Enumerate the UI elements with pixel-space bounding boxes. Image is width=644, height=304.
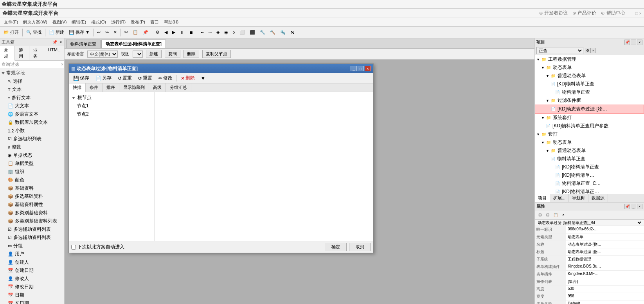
- toolbox-pin[interactable]: 📌: [52, 40, 58, 44]
- auto-enter-checkbox[interactable]: [71, 245, 76, 250]
- toolbox-item-longdate[interactable]: 📅 长日期: [2, 299, 63, 304]
- toolbox-item-org[interactable]: 🏢 组织: [2, 168, 63, 176]
- toolbox-search-input[interactable]: [1, 62, 61, 67]
- project-tree-item[interactable]: ▼📁系统套打: [535, 114, 644, 122]
- project-tree-item[interactable]: 📄[KD]物料清单正…: [535, 188, 644, 194]
- tab-filter[interactable]: 动态表单过滤-[物料清单正查]: [101, 40, 166, 48]
- toolbar-cut[interactable]: ✂: [122, 29, 130, 36]
- toolbar-more3[interactable]: ◈: [214, 29, 221, 36]
- tree-root[interactable]: 根节点: [70, 94, 153, 102]
- help-link[interactable]: ⊙ 帮助中心: [601, 10, 625, 16]
- toolbar-more5[interactable]: ◊: [231, 29, 237, 36]
- toolbox-item-basedataattr[interactable]: 📦 基础资料属性: [2, 201, 63, 209]
- toolbox-item-catbasedatalist[interactable]: 📦 多类别基础资料列表: [2, 217, 63, 225]
- tree-node1[interactable]: 节点1: [70, 102, 153, 110]
- cancel-button[interactable]: 取消: [349, 243, 371, 251]
- project-tree-item[interactable]: 📄物料清单正查_C…: [535, 179, 644, 188]
- project-tree-item[interactable]: ▼📁动态表单: [535, 138, 644, 147]
- dev-agreement-link[interactable]: ⊙ 开发者协议: [539, 10, 568, 16]
- project-tree-item[interactable]: 📄[KD]物料清单…: [535, 171, 644, 179]
- new-button[interactable]: 新建: [146, 50, 162, 58]
- toolbox-item-createdate[interactable]: 📅 创建日期: [2, 266, 63, 275]
- toolbox-item-billtype[interactable]: 📋 单据类型: [2, 159, 63, 168]
- toolbox-item-group[interactable]: ▭ 分组: [2, 242, 63, 250]
- toolbar-more8[interactable]: 🔧: [258, 29, 267, 36]
- modal-tab-condition[interactable]: 条件: [86, 83, 103, 92]
- toolbox-item-multibasedata[interactable]: 📦 多选基础资料: [2, 192, 63, 201]
- toolbox-item-text[interactable]: T 文本: [2, 85, 63, 94]
- project-dropdown[interactable]: 正查: [536, 47, 583, 54]
- toolbar-misc4[interactable]: ⏸: [178, 29, 186, 36]
- toolbar-misc3[interactable]: ▶: [170, 29, 177, 36]
- toolbox-tab-business[interactable]: 业务: [29, 46, 44, 60]
- toolbar-misc1[interactable]: ⚙: [154, 29, 162, 36]
- project-close-btn[interactable]: ×: [637, 40, 642, 45]
- project-tree-item[interactable]: 📄[KD]物料清单正查: [535, 80, 644, 88]
- prop-icon1[interactable]: ⊞: [536, 212, 543, 218]
- toolbox-section-header[interactable]: 常规字段: [2, 69, 63, 77]
- toolbar-more2[interactable]: ▫▫: [207, 29, 214, 36]
- toolbar-redo[interactable]: ↪: [103, 29, 111, 36]
- menu-publish[interactable]: 发布(P): [128, 18, 148, 26]
- project-tree-item[interactable]: ▼📁普通动态表单: [535, 72, 644, 80]
- toolbox-item-multilang[interactable]: 🌐 多语言文本: [2, 110, 63, 118]
- toolbox-item-multiline[interactable]: ≡ 多行文本: [2, 94, 63, 102]
- toolbar-more1[interactable]: ▪▪: [199, 29, 206, 36]
- project-tree-item[interactable]: 📄[KD]物料清单正查: [535, 163, 644, 171]
- properties-name-select[interactable]: 动态表单过滤-[物料清单正查]_Bil: [536, 220, 642, 225]
- copy-button[interactable]: 复制: [165, 50, 180, 58]
- project-tab-datasource[interactable]: 数据源: [588, 194, 608, 202]
- project-tab-extend[interactable]: 扩展...: [550, 194, 569, 202]
- toolbar-more7[interactable]: ⬛: [248, 29, 257, 36]
- modal-reset2-btn[interactable]: ↺ 置重: [115, 74, 135, 83]
- project-tree-item[interactable]: 📄物料清单正查: [535, 88, 644, 96]
- toolbar-more10[interactable]: 🔩: [278, 29, 288, 36]
- project-tree-item[interactable]: 📄[KD]动态表单过滤-[物…: [535, 105, 644, 114]
- project-tree-item[interactable]: 📄物料清单正查: [535, 155, 644, 163]
- project-tab-project[interactable]: 项目: [535, 194, 550, 202]
- lang-select[interactable]: 中文(简体): [87, 51, 118, 58]
- prop-icon4[interactable]: ×: [560, 212, 567, 218]
- project-close2-btn[interactable]: ×: [590, 48, 596, 53]
- project-pin-btn[interactable]: 📌: [624, 40, 630, 45]
- project-tab-navtree[interactable]: 导航树: [569, 194, 588, 202]
- menu-file[interactable]: 文件(F): [2, 18, 20, 26]
- project-tree-item[interactable]: 📄[KD]物料清单正查用户参数: [535, 122, 644, 130]
- project-minimize-btn[interactable]: _: [631, 40, 636, 45]
- toolbox-item-enctext[interactable]: 🔒 数据库加密文本: [2, 118, 63, 127]
- project-tree-item[interactable]: ▼📁工程数据管理: [535, 55, 644, 63]
- toolbox-search-clear[interactable]: ×: [61, 62, 63, 67]
- modal-minimize-btn[interactable]: _: [351, 66, 357, 71]
- toolbox-item-creator[interactable]: 👤 创建人: [2, 258, 63, 266]
- modal-maximize-btn[interactable]: □: [358, 66, 364, 71]
- modal-reset-btn[interactable]: ⟳ 重置: [135, 74, 155, 83]
- toolbox-item-catbasedata[interactable]: 📦 多类别基础资料: [2, 209, 63, 217]
- toolbar-paste[interactable]: 📌: [141, 29, 150, 36]
- toolbox-item-integer[interactable]: # 整数: [2, 143, 63, 151]
- project-tree-item[interactable]: ▼📁普通动态表单: [535, 147, 644, 155]
- toolbox-tab-general[interactable]: 通用: [15, 46, 30, 60]
- toolbox-tab-html[interactable]: HTML: [44, 46, 64, 60]
- delete-button[interactable]: 删除: [183, 50, 199, 58]
- prop-icon3[interactable]: 📋: [552, 212, 559, 218]
- toolbox-item-billstatus[interactable]: ◉ 单据状态: [2, 151, 63, 159]
- toolbar-misc5[interactable]: ⏹: [187, 29, 195, 36]
- menu-edit[interactable]: 编辑(E): [69, 18, 88, 26]
- project-tree-item[interactable]: ▼📁过滤条件框: [535, 96, 644, 105]
- toolbar-more11[interactable]: 🛠: [288, 29, 297, 36]
- menu-view[interactable]: 视图(V): [50, 18, 69, 26]
- tab-material-list[interactable]: 物料清单正查: [66, 40, 101, 48]
- modal-tab-advanced[interactable]: 高级: [149, 83, 166, 92]
- prop-icon2[interactable]: ⊟: [544, 212, 551, 218]
- props-pin-btn[interactable]: 📌: [624, 204, 630, 209]
- toolbar-new[interactable]: 📄 新建: [47, 28, 66, 36]
- menu-help[interactable]: 帮助(H): [162, 18, 181, 26]
- toolbox-item-select[interactable]: ↖ 选择: [2, 77, 63, 85]
- project-settings-btn[interactable]: ⚙: [585, 48, 590, 53]
- toolbar-more6[interactable]: ⬜: [237, 29, 247, 36]
- menu-run[interactable]: 运行(R): [109, 18, 128, 26]
- toolbar-delete[interactable]: ✕: [112, 29, 119, 36]
- toolbox-item-modifydate[interactable]: 📅 修改日期: [2, 283, 63, 291]
- toolbox-item-multiorglist[interactable]: ☑ 多选组织列表: [2, 135, 63, 143]
- menu-format[interactable]: 格式(O): [89, 18, 108, 26]
